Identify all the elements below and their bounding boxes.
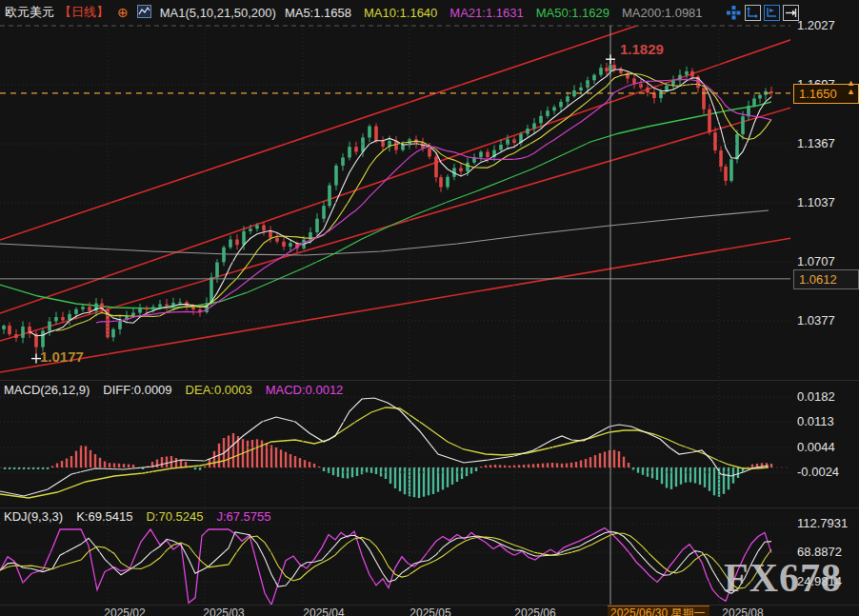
high-price-annotation: 1.1829 <box>620 41 664 57</box>
axis-tick-label: 112.7931 <box>797 516 858 530</box>
axis-tick-label: 1.0377 <box>797 313 858 328</box>
date-tick-label: 2025/06 <box>514 606 555 616</box>
chart-toolbar <box>726 5 799 21</box>
symbol-title: 欧元美元 <box>5 4 54 21</box>
macd-title: MACD(26,12,9) <box>4 383 90 397</box>
axis-tick-label: 1.1367 <box>797 136 858 150</box>
period-label[interactable]: 【日线】 <box>59 4 109 21</box>
axis-scale-icon[interactable] <box>745 5 761 21</box>
ma-values: MA5:1.1658MA10:1.1640MA21:1.1631MA50:1.1… <box>285 6 703 20</box>
macd-diff-value: DIFF:0.0009 <box>103 383 171 397</box>
ma-value-label: MA50:1.1629 <box>536 6 609 20</box>
ma-value-label: MA200:1.0981 <box>622 6 703 20</box>
ma-value-label: MA21:1.1631 <box>449 6 523 20</box>
axis-tick-label: 0.0182 <box>797 389 858 404</box>
macd-macd-value: MACD:0.0012 <box>266 383 344 397</box>
axis-tick-label: 1.1037 <box>797 195 858 209</box>
date-tick-label: 2025/05 <box>410 606 450 616</box>
kdj-title: KDJ(9,3,3) <box>4 509 63 524</box>
date-tick-label: 2025/04 <box>303 606 344 616</box>
axis-tick-label: 1.2027 <box>797 18 858 32</box>
macd-dea-value: DEA:0.0003 <box>186 383 252 397</box>
axis-tick-label: 0.0044 <box>797 440 858 454</box>
ma-value-label: MA5:1.1658 <box>285 6 351 20</box>
ma-settings-label: MA1(5,10,21,50,200) <box>160 6 276 20</box>
exit-chart-icon[interactable] <box>783 5 799 21</box>
date-tick-label: 2025/02 <box>104 606 145 616</box>
trading-chart-window: 欧元美元【日线】 ⊕ MA1(5,10,21,50,200) MA5:1.165… <box>0 0 859 616</box>
axis-tick-label: 0.0113 <box>797 414 858 428</box>
date-tick-label: 2025/08 <box>722 606 763 616</box>
kdj-j-value: J:67.5755 <box>216 509 270 524</box>
chart-header: 欧元美元【日线】 ⊕ MA1(5,10,21,50,200) MA5:1.165… <box>0 0 729 25</box>
price-alert-icon[interactable]: ▲▲ <box>847 79 855 96</box>
low-price-annotation: 1.0177 <box>40 348 84 365</box>
kdj-d-value: D:70.5245 <box>146 509 203 524</box>
date-tick-label: 2025/03 <box>203 606 244 616</box>
axis-tick-label: -0.0024 <box>797 465 858 479</box>
level-price-box: 1.0612 <box>793 269 859 289</box>
kdj-label-row: KDJ(9,3,3) K:69.5415 D:70.5245 J:67.5755 <box>4 509 271 524</box>
add-indicator-icon[interactable]: ⊕ <box>117 5 129 20</box>
fx678-watermark: FX678 <box>724 555 842 601</box>
axis-scale-active-icon[interactable] <box>764 5 780 21</box>
crosshair-date-box: 2025/06/30 星期一 <box>608 606 709 616</box>
chart-type-icon[interactable] <box>137 5 151 21</box>
kdj-k-value: K:69.5415 <box>76 509 132 524</box>
layout-grid-icon[interactable] <box>726 5 742 21</box>
macd-label-row: MACD(26,12,9) DIFF:0.0009 DEA:0.0003 MAC… <box>4 383 343 397</box>
axis-tick-label: 1.0707 <box>797 254 858 268</box>
ma-value-label: MA10:1.1640 <box>364 6 437 20</box>
